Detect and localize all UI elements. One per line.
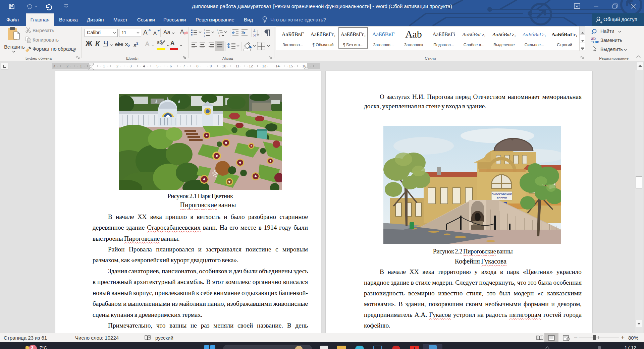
svg-text:7: 7 xyxy=(183,64,185,68)
svg-text:13: 13 xyxy=(262,64,266,68)
svg-text:2: 2 xyxy=(204,32,205,34)
svg-text:А: А xyxy=(253,29,256,33)
svg-text:2: 2 xyxy=(66,64,68,68)
svg-text:1: 1 xyxy=(103,64,105,68)
svg-text:4: 4 xyxy=(143,64,145,68)
svg-text:a: a xyxy=(218,32,219,34)
svg-text:1: 1 xyxy=(217,29,218,32)
svg-text:5: 5 xyxy=(156,64,158,68)
svg-text:Я: Я xyxy=(253,34,256,37)
svg-text:9: 9 xyxy=(210,64,212,68)
svg-text:10: 10 xyxy=(222,64,226,68)
svg-text:ВАННЫ: ВАННЫ xyxy=(497,196,507,199)
svg-text:3: 3 xyxy=(204,35,205,37)
svg-text:1: 1 xyxy=(204,29,205,32)
svg-text:3: 3 xyxy=(130,64,132,68)
svg-text:8: 8 xyxy=(197,64,199,68)
svg-text:12: 12 xyxy=(249,64,253,68)
svg-text:1: 1 xyxy=(80,64,82,68)
svg-text:15: 15 xyxy=(289,64,293,68)
svg-text:i: i xyxy=(219,35,220,37)
svg-text:6: 6 xyxy=(170,64,172,68)
svg-text:14: 14 xyxy=(275,64,279,68)
svg-text:ПИРОГОВСКИЕ: ПИРОГОВСКИЕ xyxy=(492,193,512,196)
svg-text:3: 3 xyxy=(53,64,55,68)
svg-text:11: 11 xyxy=(235,64,239,68)
svg-text:2: 2 xyxy=(116,64,118,68)
